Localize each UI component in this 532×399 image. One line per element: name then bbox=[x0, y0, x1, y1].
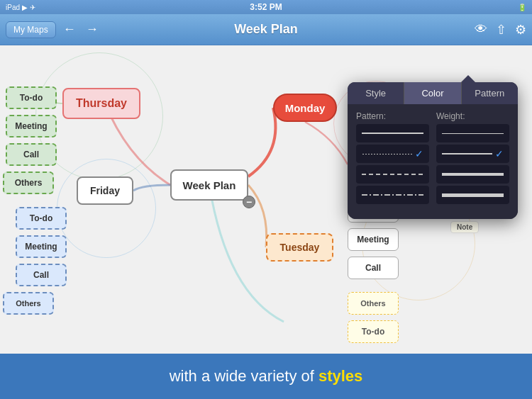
share-icon[interactable]: ⇧ bbox=[496, 22, 506, 38]
node-todo-bottomright[interactable]: To-do bbox=[348, 320, 399, 343]
style-panel-body: Pattern: ✓ bbox=[348, 104, 518, 219]
node-others-bottomright[interactable]: Others bbox=[348, 292, 399, 315]
node-call-friday[interactable]: Call bbox=[16, 264, 67, 286]
dashed-preview bbox=[362, 174, 423, 175]
nav-left-controls: My Maps ← → bbox=[6, 21, 101, 38]
weight-xthick-option[interactable] bbox=[436, 186, 509, 204]
pattern-solid-option[interactable] bbox=[356, 124, 429, 142]
banner-text: with a wide variety of styles bbox=[170, 367, 363, 386]
panel-labels-row: Pattern: ✓ bbox=[356, 111, 509, 206]
weight-col: Weight: ✓ bbox=[436, 111, 509, 206]
bg-circle-2 bbox=[57, 159, 156, 258]
node-tuesday[interactable]: Tuesday bbox=[266, 233, 333, 262]
eye-icon[interactable]: 👁 bbox=[475, 22, 487, 37]
thin-weight bbox=[442, 133, 504, 134]
dotted-preview bbox=[362, 153, 412, 154]
thick-weight bbox=[442, 173, 504, 176]
weight-medium-option[interactable]: ✓ bbox=[436, 145, 509, 163]
collapse-button[interactable]: − bbox=[243, 196, 255, 208]
tab-color[interactable]: Color bbox=[404, 82, 461, 104]
dashdot-line bbox=[362, 194, 423, 196]
node-friday[interactable]: Friday bbox=[77, 176, 133, 205]
node-meeting-topleft[interactable]: Meeting bbox=[6, 115, 57, 137]
node-others-friday[interactable]: Others bbox=[3, 292, 54, 315]
settings-icon[interactable]: ⚙ bbox=[515, 22, 526, 38]
back-button[interactable]: ← bbox=[60, 21, 79, 38]
tab-pattern[interactable]: Pattern bbox=[462, 82, 518, 104]
solid-preview bbox=[362, 133, 423, 134]
node-todo-topleft[interactable]: To-do bbox=[6, 86, 57, 109]
xthick-preview bbox=[442, 194, 504, 196]
node-meeting-tuesday[interactable]: Meeting bbox=[348, 228, 399, 251]
mindmap-canvas: Week Plan Thursday Monday Others Tuesday… bbox=[0, 45, 532, 354]
pattern-dashed-option[interactable] bbox=[356, 165, 429, 184]
dashed-line bbox=[362, 174, 423, 175]
tab-style[interactable]: Style bbox=[348, 82, 404, 104]
thick-preview bbox=[442, 174, 504, 175]
status-battery: 🔋 bbox=[518, 4, 526, 11]
node-call-topleft[interactable]: Call bbox=[6, 143, 57, 166]
status-carrier: iPad ▶ ✈ bbox=[6, 4, 35, 11]
status-bar: iPad ▶ ✈ 3:52 PM 🔋 bbox=[0, 0, 532, 14]
status-time: 3:52 PM bbox=[250, 2, 282, 12]
nav-title: Week Plan bbox=[234, 22, 298, 37]
my-maps-button[interactable]: My Maps bbox=[6, 21, 56, 38]
xthick-weight bbox=[442, 193, 504, 197]
dotted-checkmark: ✓ bbox=[415, 148, 423, 159]
node-todo-friday[interactable]: To-do bbox=[16, 207, 67, 230]
dotted-line bbox=[362, 153, 412, 154]
nav-right-controls: 👁 ⇧ ⚙ bbox=[475, 22, 526, 38]
pattern-col: Pattern: ✓ bbox=[356, 111, 429, 206]
medium-weight bbox=[442, 153, 492, 154]
banner-highlight: styles bbox=[318, 367, 362, 385]
thin-preview bbox=[442, 133, 504, 134]
node-weekplan[interactable]: Week Plan bbox=[170, 169, 248, 201]
node-call-tuesday[interactable]: Call bbox=[348, 257, 399, 279]
style-panel: Style Color Pattern Pattern: bbox=[348, 82, 518, 219]
node-thursday[interactable]: Thursday bbox=[62, 88, 140, 119]
navigation-bar: My Maps ← → Week Plan 👁 ⇧ ⚙ bbox=[0, 14, 532, 45]
medium-preview bbox=[442, 153, 492, 154]
node-note[interactable]: Note bbox=[450, 221, 479, 233]
node-meeting-friday[interactable]: Meeting bbox=[16, 235, 67, 258]
pattern-dotted-option[interactable]: ✓ bbox=[356, 145, 429, 163]
medium-checkmark: ✓ bbox=[495, 148, 504, 159]
bottom-banner: with a wide variety of styles bbox=[0, 354, 532, 399]
pattern-label: Pattern: bbox=[356, 111, 429, 121]
style-panel-tabs: Style Color Pattern bbox=[348, 82, 518, 104]
node-monday[interactable]: Monday bbox=[273, 94, 337, 122]
pattern-dashdot-option[interactable] bbox=[356, 186, 429, 204]
dashdot-preview bbox=[362, 194, 423, 196]
weight-thin-option[interactable] bbox=[436, 124, 509, 142]
node-others-topleft[interactable]: Others bbox=[3, 172, 54, 194]
weight-label: Weight: bbox=[436, 111, 509, 121]
solid-line bbox=[362, 133, 423, 134]
forward-button[interactable]: → bbox=[83, 21, 101, 38]
weight-thick-option[interactable] bbox=[436, 165, 509, 184]
